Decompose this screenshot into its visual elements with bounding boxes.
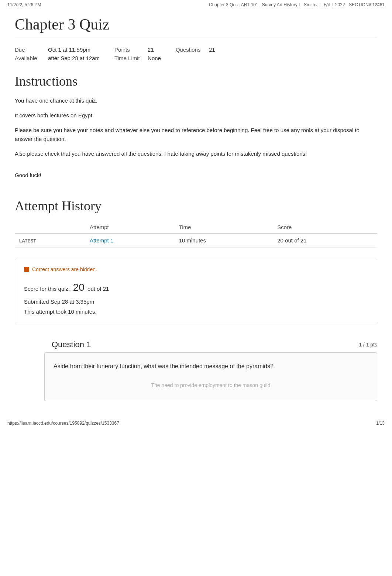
- questions-value: 21: [209, 45, 230, 54]
- instructions-p2: It covers both lectures on Egypt.: [15, 111, 377, 120]
- instructions-p1: You have one chance at this quiz.: [15, 96, 377, 105]
- course-info: Chapter 3 Quiz: ART 101 : Survey Art His…: [209, 2, 385, 7]
- attempt-score: 20 out of 21: [273, 234, 377, 248]
- answer-option-1: The need to provide employment to the ma…: [54, 379, 368, 392]
- time-limit-label: Time Limit: [114, 54, 148, 62]
- instructions-p5: Good luck!: [15, 171, 377, 180]
- instructions-p4: Also please check that you have answered…: [15, 149, 377, 158]
- instructions-p3: Please be sure you have your notes and w…: [15, 126, 377, 144]
- instructions-title: Instructions: [15, 73, 377, 89]
- available-label: Available: [15, 54, 48, 62]
- submitted-text: Submitted Sep 28 at 3:35pm: [24, 299, 94, 305]
- question-1-title: Question 1: [52, 340, 91, 349]
- points-value: 21: [148, 45, 176, 54]
- score-info: Score for this quiz: 20 out of 21 Submit…: [24, 278, 368, 317]
- attempt-history-section: Attempt History Attempt Time Score LATES…: [15, 198, 377, 248]
- col-score: Score: [273, 221, 377, 234]
- col-time: Time: [175, 221, 273, 234]
- quiz-meta: Due Oct 1 at 11:59pm Points 21 Questions…: [15, 45, 230, 62]
- quiz-meta-row-2: Available after Sep 28 at 12am Time Limi…: [15, 54, 230, 62]
- due-label: Due: [15, 45, 48, 54]
- page-footer: https://ilearn.laccd.edu/courses/195092/…: [0, 416, 392, 430]
- attempt-history-table: Attempt Time Score LATEST Attempt 1 10 m…: [15, 221, 377, 248]
- correct-answers-notice: Correct answers are hidden.: [24, 266, 368, 272]
- score-total: out of 21: [87, 286, 109, 292]
- col-empty: [15, 221, 85, 234]
- attempt-link-cell[interactable]: Attempt 1: [85, 234, 175, 248]
- score-label: Score for this quiz:: [24, 286, 70, 292]
- question-1-text: Aside from their funerary function, what…: [54, 362, 368, 371]
- col-attempt: Attempt: [85, 221, 175, 234]
- time-limit-value: None: [148, 54, 176, 62]
- latest-label: LATEST: [15, 234, 85, 248]
- notice-icon: [24, 267, 29, 272]
- main-content: Chapter 3 Quiz Due Oct 1 at 11:59pm Poin…: [0, 10, 392, 401]
- attempt-history-title: Attempt History: [15, 198, 377, 214]
- footer-url: https://ilearn.laccd.edu/courses/195092/…: [7, 421, 119, 426]
- top-bar: 11/2/22, 5:26 PM Chapter 3 Quiz: ART 101…: [0, 0, 392, 10]
- attempt-1-link[interactable]: Attempt 1: [90, 237, 113, 244]
- available-value: after Sep 28 at 12am: [48, 54, 114, 62]
- footer-page: 1/13: [376, 421, 385, 426]
- question-1-points: 1 / 1 pts: [359, 342, 377, 348]
- table-row: LATEST Attempt 1 10 minutes 20 out of 21: [15, 234, 377, 248]
- due-value: Oct 1 at 11:59pm: [48, 45, 114, 54]
- attempt-time: 10 minutes: [175, 234, 273, 248]
- duration-text: This attempt took 10 minutes.: [24, 308, 97, 315]
- quiz-meta-row-1: Due Oct 1 at 11:59pm Points 21 Questions…: [15, 45, 230, 54]
- attempt-table-header: Attempt Time Score: [15, 221, 377, 234]
- correct-answers-text: Correct answers are hidden.: [32, 266, 97, 272]
- score-number: 20: [73, 282, 85, 293]
- question-1-box: Aside from their funerary function, what…: [44, 352, 377, 401]
- page-title: Chapter 3 Quiz: [15, 10, 377, 38]
- result-box: Correct answers are hidden. Score for th…: [15, 259, 377, 324]
- timestamp: 11/2/22, 5:26 PM: [7, 2, 41, 7]
- question-header: Question 1 1 / 1 pts: [15, 335, 377, 352]
- questions-label: Questions: [176, 45, 209, 54]
- points-label: Points: [114, 45, 148, 54]
- question-section: Question 1 1 / 1 pts Aside from their fu…: [15, 335, 377, 401]
